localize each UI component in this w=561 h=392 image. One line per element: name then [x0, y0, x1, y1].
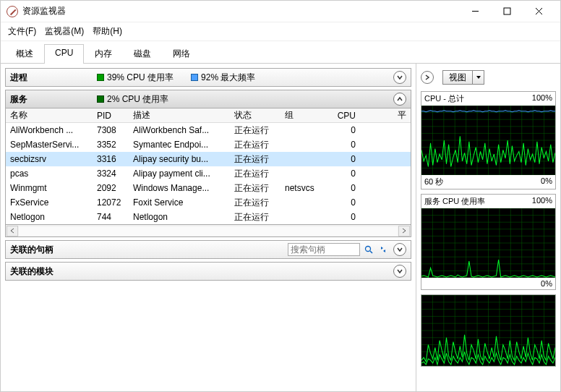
cell-cpu: 0	[324, 183, 360, 193]
menu-file[interactable]: 文件(F)	[5, 24, 39, 39]
cell-cpu: 0	[324, 154, 360, 164]
table-row[interactable]: AliWorkbench ...7308AliWorkbench Saf...正…	[6, 123, 411, 137]
cell-name: Netlogon	[6, 212, 93, 222]
services-panel-header[interactable]: 服务 2% CPU 使用率	[5, 90, 411, 108]
handles-panel-header[interactable]: 关联的句柄	[5, 240, 411, 259]
search-input[interactable]	[288, 243, 360, 256]
chart-cpu-footer-left: 60 秒	[424, 176, 443, 187]
close-button[interactable]	[523, 1, 554, 22]
table-row[interactable]: Winmgmt2092Windows Manage...正在运行netsvcs0	[6, 181, 411, 195]
modules-panel-header[interactable]: 关联的模块	[5, 262, 411, 281]
cell-status: 正在运行	[230, 124, 280, 137]
cell-cpu: 0	[324, 197, 360, 208]
chart-svc-title: 服务 CPU 使用率	[424, 196, 485, 207]
app-icon	[7, 6, 18, 17]
cell-desc: Alipay security bu...	[129, 154, 230, 164]
chevron-down-icon[interactable]	[472, 71, 484, 84]
table-row[interactable]: pcas3324Alipay payment cli...正在运行0	[6, 166, 411, 181]
right-column: 视图 CPU - 总计 100% 60 秒 0% 服务 CPU 使用率 100%	[416, 64, 560, 391]
services-table: 名称 PID 描述 状态 组 CPU 平 AliWorkbench ...730…	[5, 108, 411, 225]
svg-rect-1	[504, 8, 510, 14]
tab-disk[interactable]: 磁盘	[123, 44, 162, 63]
search-icon[interactable]	[363, 244, 374, 255]
h-scrollbar[interactable]	[5, 225, 411, 237]
services-cpu-text: 2% CPU 使用率	[107, 93, 168, 106]
cell-status: 正在运行	[230, 153, 280, 166]
window-title: 资源监视器	[22, 5, 459, 17]
col-group[interactable]: 组	[280, 109, 324, 122]
scroll-track[interactable]	[19, 226, 398, 236]
titlebar: 资源监视器	[1, 1, 560, 22]
services-panel: 服务 2% CPU 使用率 名称 PID 描述 状态 组 CPU 平 AliWo…	[5, 90, 411, 237]
cell-desc: Symantec Endpoi...	[129, 140, 230, 150]
chart-extra	[421, 294, 556, 367]
cell-desc: Alipay payment cli...	[129, 169, 230, 179]
cell-name: Winmgmt	[6, 183, 93, 193]
svg-point-4	[366, 247, 371, 252]
cell-desc: Windows Manage...	[129, 183, 230, 193]
collapse-icon[interactable]	[393, 93, 406, 106]
blue-square-icon	[191, 74, 198, 81]
menu-monitor[interactable]: 监视器(M)	[42, 24, 87, 39]
maximize-button[interactable]	[491, 1, 523, 22]
col-status[interactable]: 状态	[230, 109, 280, 122]
table-row[interactable]: SepMasterServi...3352Symantec Endpoi...正…	[6, 137, 411, 152]
cell-desc: AliWorkbench Saf...	[129, 125, 230, 135]
cell-pid: 7308	[93, 125, 129, 135]
right-toggle-icon[interactable]	[421, 71, 434, 84]
left-column: 进程 39% CPU 使用率 92% 最大频率 服务 2% CPU 使用率 名称…	[1, 64, 416, 391]
cell-status: 正在运行	[230, 211, 280, 223]
cell-status: 正在运行	[230, 182, 280, 195]
cell-status: 正在运行	[230, 197, 280, 209]
cell-desc: Netlogon	[129, 212, 230, 222]
green-dark-square-icon	[97, 95, 104, 103]
cell-name: FxService	[6, 197, 93, 208]
minimize-button[interactable]	[459, 1, 491, 22]
menu-help[interactable]: 帮助(H)	[90, 24, 125, 39]
cell-desc: Foxit Service	[129, 197, 230, 208]
table-row[interactable]: FxService12072Foxit Service正在运行0	[6, 195, 411, 210]
cell-name: secbizsrv	[6, 154, 93, 164]
services-panel-title: 服务	[10, 93, 27, 106]
expand-icon[interactable]	[393, 265, 406, 278]
refresh-icon[interactable]	[377, 244, 389, 255]
col-name[interactable]: 名称	[6, 109, 93, 122]
cell-cpu: 0	[324, 169, 360, 179]
col-pid[interactable]: PID	[93, 111, 129, 121]
tabbar: 概述 CPU 内存 磁盘 网络	[1, 41, 560, 64]
tab-overview[interactable]: 概述	[5, 44, 44, 63]
scroll-left-icon[interactable]	[7, 226, 18, 237]
view-button-label: 视图	[443, 72, 472, 84]
menubar: 文件(F) 监视器(M) 帮助(H)	[1, 22, 560, 41]
expand-icon[interactable]	[393, 71, 406, 84]
chart-svc-max: 100%	[532, 196, 552, 207]
tab-network[interactable]: 网络	[162, 44, 201, 63]
cell-name: AliWorkbench ...	[6, 125, 93, 135]
cell-pid: 3324	[93, 169, 129, 179]
cell-cpu: 0	[324, 125, 360, 135]
expand-icon[interactable]	[393, 243, 406, 256]
col-desc[interactable]: 描述	[129, 109, 230, 122]
cell-pid: 744	[93, 212, 129, 222]
col-cpu[interactable]: CPU	[324, 111, 360, 121]
process-cpu-text: 39% CPU 使用率	[107, 72, 174, 84]
table-row[interactable]: Netlogon744Netlogon正在运行0	[6, 210, 411, 224]
services-table-header[interactable]: 名称 PID 描述 状态 组 CPU 平	[6, 108, 411, 123]
cell-name: pcas	[6, 169, 93, 179]
cell-name: SepMasterServi...	[6, 140, 93, 150]
col-avg[interactable]: 平	[360, 109, 411, 122]
chart-cpu-total: CPU - 总计 100% 60 秒 0%	[421, 91, 556, 189]
scroll-right-icon[interactable]	[398, 226, 410, 237]
cell-cpu: 0	[324, 140, 360, 150]
table-row[interactable]: secbizsrv3316Alipay security bu...正在运行0	[6, 152, 411, 166]
chart-cpu-max: 100%	[532, 93, 552, 104]
svg-line-5	[370, 251, 372, 253]
cell-pid: 2092	[93, 183, 129, 193]
process-panel-header[interactable]: 进程 39% CPU 使用率 92% 最大频率	[5, 68, 411, 87]
cell-status: 正在运行	[230, 168, 280, 180]
tab-memory[interactable]: 内存	[84, 44, 123, 63]
chart-svc-footer-right: 0%	[541, 279, 552, 288]
view-button[interactable]: 视图	[442, 70, 484, 85]
tab-cpu[interactable]: CPU	[44, 44, 84, 63]
cell-pid: 12072	[93, 197, 129, 208]
